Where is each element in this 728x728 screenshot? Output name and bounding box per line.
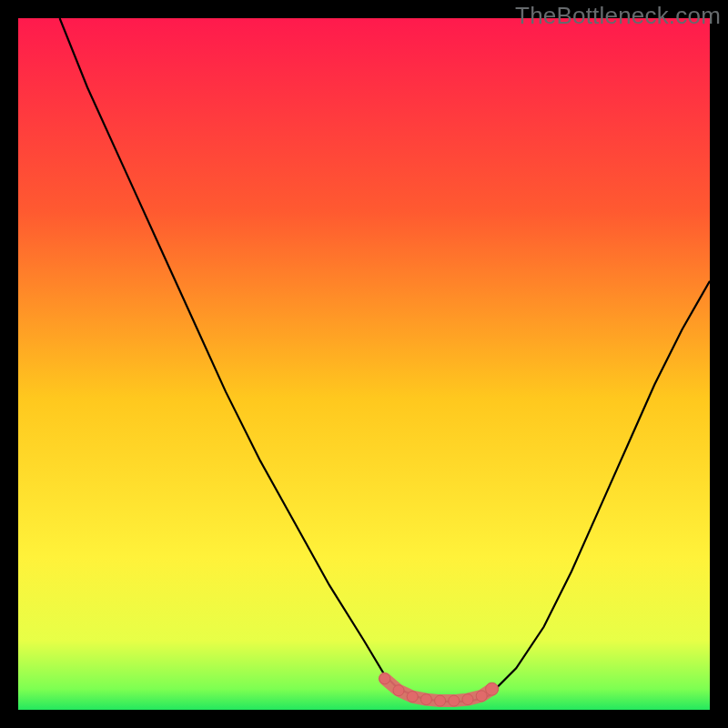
optimal-point bbox=[449, 695, 460, 706]
optimal-point bbox=[407, 692, 418, 703]
optimal-point bbox=[379, 673, 390, 684]
bottleneck-chart bbox=[18, 18, 710, 710]
optimal-point bbox=[476, 691, 487, 702]
heat-background bbox=[18, 18, 710, 710]
optimal-point bbox=[435, 695, 446, 706]
optimal-point bbox=[420, 694, 431, 705]
chart-frame bbox=[18, 18, 710, 710]
optimal-point bbox=[486, 682, 499, 695]
watermark-text: TheBottleneck.com bbox=[515, 2, 721, 30]
optimal-point bbox=[462, 694, 473, 705]
optimal-point bbox=[393, 685, 404, 696]
